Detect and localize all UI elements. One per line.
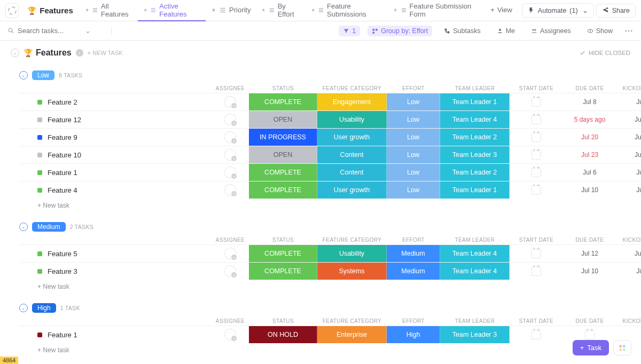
col-start-date[interactable]: START DATE	[510, 85, 563, 91]
due-date-cell[interactable]: Jul 10	[563, 181, 616, 199]
col-team-leader[interactable]: TEAM LEADER	[440, 237, 510, 243]
task-row[interactable]: Feature 2 COMPLETE Engagement Low Team L…	[19, 93, 641, 110]
col-effort[interactable]: EFFORT	[387, 318, 440, 324]
task-row[interactable]: Feature 4 COMPLETE User growth Low Team …	[19, 181, 641, 199]
team-leader-cell[interactable]: Team Leader 4	[440, 263, 510, 280]
group-by-pill[interactable]: Group by: Effort	[368, 26, 432, 36]
new-task-fab[interactable]: + Task	[573, 340, 609, 355]
col-team-leader[interactable]: TEAM LEADER	[440, 318, 510, 324]
category-cell[interactable]: Engagement	[317, 93, 387, 110]
effort-cell[interactable]: Low	[387, 111, 440, 128]
collapse-group-toggle[interactable]: ⌄	[19, 223, 28, 231]
effort-cell[interactable]: Low	[387, 181, 440, 199]
assignee-cell[interactable]	[212, 93, 249, 110]
due-date-cell[interactable]: Jul 12	[563, 245, 616, 262]
kickoff-date-cell[interactable]: Jul 10	[616, 245, 641, 262]
group-chip[interactable]: Low	[32, 70, 54, 80]
add-view-button[interactable]: + View	[485, 0, 518, 21]
task-name-cell[interactable]: Feature 1	[19, 164, 212, 181]
view-tab-feature-submissions[interactable]: Feature Submissions	[306, 0, 388, 21]
category-cell[interactable]: Usability	[317, 245, 387, 262]
assignee-cell[interactable]	[212, 263, 249, 280]
task-name-cell[interactable]: Feature 4	[19, 181, 212, 199]
app-logo[interactable]	[5, 3, 19, 18]
col-due-date[interactable]: DUE DATE	[563, 237, 616, 243]
due-date-cell[interactable]: Jul 23	[563, 146, 616, 163]
new-task-row[interactable]: + New task	[19, 343, 641, 357]
search-input[interactable]	[18, 27, 82, 35]
assignees-filter[interactable]: Assignees	[527, 26, 575, 36]
assignee-cell[interactable]	[212, 164, 249, 181]
task-row[interactable]: Feature 10 OPEN Content Low Team Leader …	[19, 146, 641, 163]
task-row[interactable]: Feature 12 OPEN Usability Low Team Leade…	[19, 110, 641, 128]
status-cell[interactable]: COMPLETE	[249, 164, 317, 181]
col-effort[interactable]: EFFORT	[387, 85, 440, 91]
team-leader-cell[interactable]: Team Leader 3	[440, 146, 510, 163]
kickoff-date-cell[interactable]: Jul 8	[616, 181, 641, 199]
view-tab-active-features[interactable]: Active Features	[138, 0, 206, 21]
start-date-cell[interactable]	[510, 111, 563, 128]
status-cell[interactable]: IN PROGRESS	[249, 129, 317, 146]
kickoff-date-cell[interactable]: Jul 18	[616, 129, 641, 146]
info-icon[interactable]: i	[76, 49, 83, 57]
task-name-cell[interactable]: Feature 3	[19, 263, 212, 280]
category-cell[interactable]: Content	[317, 146, 387, 163]
filter-count-pill[interactable]: 1	[339, 26, 360, 36]
new-task-row[interactable]: + New task	[19, 280, 641, 294]
due-date-cell[interactable]: Jul 10	[563, 263, 616, 280]
col-due-date[interactable]: DUE DATE	[563, 85, 616, 91]
search-box[interactable]: ⌄	[7, 27, 104, 35]
category-cell[interactable]: User growth	[317, 129, 387, 146]
col-status[interactable]: STATUS	[249, 237, 317, 243]
effort-cell[interactable]: Low	[387, 164, 440, 181]
more-menu[interactable]: ⋯	[624, 26, 634, 36]
status-cell[interactable]: COMPLETE	[249, 181, 317, 199]
col-status[interactable]: STATUS	[249, 85, 317, 91]
category-cell[interactable]: Usability	[317, 111, 387, 128]
collapse-group-toggle[interactable]: ⌄	[19, 304, 28, 312]
due-date-cell[interactable]: Jul 8	[563, 93, 616, 110]
effort-cell[interactable]: Low	[387, 146, 440, 163]
view-tab-priority[interactable]: Priority	[206, 0, 256, 21]
col-due-date[interactable]: DUE DATE	[563, 318, 616, 324]
task-name-cell[interactable]: Feature 5	[19, 245, 212, 262]
team-leader-cell[interactable]: Team Leader 3	[440, 326, 510, 343]
effort-cell[interactable]: Low	[387, 93, 440, 110]
start-date-cell[interactable]	[510, 129, 563, 146]
start-date-cell[interactable]	[510, 164, 563, 181]
status-cell[interactable]: COMPLETE	[249, 263, 317, 280]
status-cell[interactable]: ON HOLD	[249, 326, 317, 343]
group-chip[interactable]: High	[32, 303, 56, 313]
effort-cell[interactable]: Medium	[387, 263, 440, 280]
status-cell[interactable]: COMPLETE	[249, 245, 317, 262]
col-start-date[interactable]: START DATE	[510, 237, 563, 243]
subtasks-toggle[interactable]: Subtasks	[440, 26, 484, 36]
task-name-cell[interactable]: Feature 10	[19, 146, 212, 163]
team-leader-cell[interactable]: Team Leader 2	[440, 164, 510, 181]
assignee-cell[interactable]	[212, 146, 249, 163]
category-cell[interactable]: Enterprise	[317, 326, 387, 343]
col-assignee[interactable]: ASSIGNEE	[212, 237, 249, 243]
show-menu[interactable]: Show	[583, 26, 617, 36]
category-cell[interactable]: Systems	[317, 263, 387, 280]
new-task-row[interactable]: + New task	[19, 199, 641, 212]
kickoff-date-cell[interactable]: Jul 8	[616, 263, 641, 280]
due-date-cell[interactable]: 5 days ago	[563, 111, 616, 128]
effort-cell[interactable]: Low	[387, 129, 440, 146]
col-kickoff-date[interactable]: KICKOFF DATE	[616, 237, 641, 243]
status-cell[interactable]: COMPLETE	[249, 93, 317, 110]
col-status[interactable]: STATUS	[249, 318, 317, 324]
chevron-down-icon[interactable]: ⌄	[85, 27, 91, 35]
assignee-cell[interactable]	[212, 129, 249, 146]
col-kickoff-date[interactable]: KICKOFF DATE	[616, 318, 641, 324]
task-row[interactable]: Feature 1 ON HOLD Enterprise High Team L…	[19, 326, 641, 343]
due-date-cell[interactable]: Jul 20	[563, 129, 616, 146]
team-leader-cell[interactable]: Team Leader 1	[440, 93, 510, 110]
kickoff-date-cell[interactable]: Jul 3	[616, 164, 641, 181]
team-leader-cell[interactable]: Team Leader 4	[440, 111, 510, 128]
view-tab-feature-submission-form[interactable]: Feature Submission Form	[388, 0, 483, 21]
col-assignee[interactable]: ASSIGNEE	[212, 318, 249, 324]
start-date-cell[interactable]	[510, 146, 563, 163]
kickoff-date-cell[interactable]: Jul 20	[616, 146, 641, 163]
effort-cell[interactable]: High	[387, 326, 440, 343]
